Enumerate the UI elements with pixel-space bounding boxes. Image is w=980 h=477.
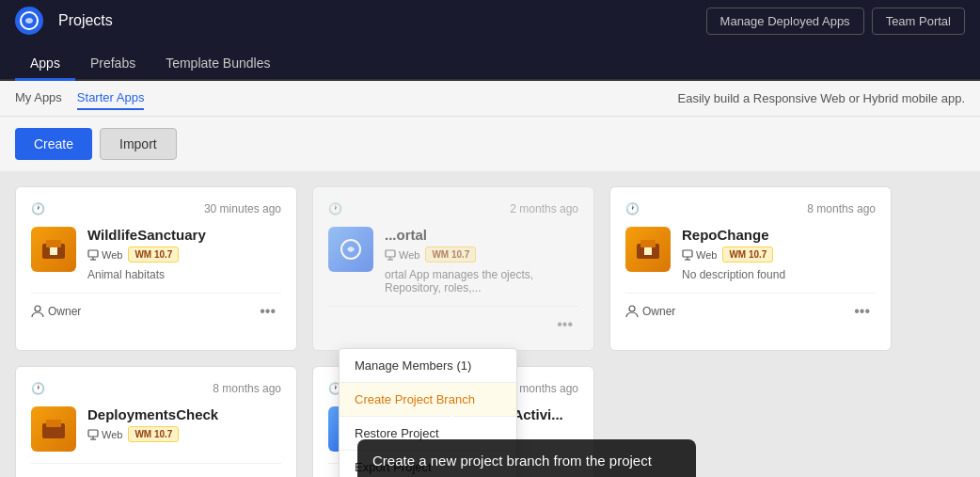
card-repochange-icon	[625, 227, 671, 272]
top-right-buttons: Manage Deployed Apps Team Portal	[706, 8, 965, 35]
toolbar: Create Import	[0, 117, 980, 171]
card-deploymentscheck-more-btn[interactable]: •••	[254, 471, 281, 477]
card-portal-platform: Web	[385, 249, 419, 261]
card-deploymentscheck-meta: Web WM 10.7	[87, 426, 281, 442]
card-portal-more-btn[interactable]: •••	[551, 314, 578, 335]
card-wildlife-more-btn[interactable]: •••	[254, 301, 281, 322]
card-wildlife-meta: Web WM 10.7	[87, 246, 281, 262]
card-portal-title: ...ortal	[385, 227, 578, 243]
card-repochange-more-btn[interactable]: •••	[848, 301, 876, 322]
card-deploymentscheck-info: DeploymentsCheck Web WM 10.7	[87, 406, 281, 448]
nav-tabs: Apps Prefabs Template Bundles	[0, 41, 980, 81]
card-testproject-time: 8 months ago	[510, 382, 578, 395]
card-deploymentscheck-time: 8 months ago	[213, 382, 281, 395]
card-portal-time: 2 months ago	[510, 202, 578, 215]
card-wildlife-platform: Web	[87, 249, 122, 261]
clock-icon-3: 🕐	[625, 202, 640, 215]
svg-rect-9	[386, 250, 395, 257]
card-portal: 🕐 2 months ago ...ortal Web WM 10.7 orta…	[312, 186, 594, 351]
card-wildlife: 🕐 30 minutes ago WildlifeSanctuary Web W…	[15, 186, 297, 351]
card-repochange-owner: Owner	[625, 305, 675, 318]
card-repochange-desc: No description found	[682, 268, 876, 281]
card-deploymentscheck-badge: WM 10.7	[128, 426, 179, 442]
card-repochange-meta: Web WM 10.7	[682, 246, 876, 262]
card-wildlife-desc: Animal habitats	[87, 268, 281, 281]
svg-rect-4	[88, 250, 98, 257]
sub-nav: My Apps Starter Apps Easily build a Resp…	[0, 81, 980, 117]
team-portal-btn[interactable]: Team Portal	[872, 8, 965, 35]
svg-point-18	[629, 306, 635, 311]
clock-icon-4: 🕐	[31, 382, 45, 395]
card-deploymentscheck-footer: •••	[31, 463, 281, 477]
import-button[interactable]: Import	[100, 128, 177, 160]
card-portal-footer: •••	[328, 306, 578, 335]
card-portal-badge: WM 10.7	[425, 246, 476, 262]
card-repochange-title: RepoChange	[682, 227, 876, 243]
card-portal-meta: Web WM 10.7	[385, 246, 578, 262]
card-portal-body: ...ortal Web WM 10.7 ortal App manages t…	[328, 227, 578, 294]
tab-apps[interactable]: Apps	[15, 48, 75, 81]
card-repochange: 🕐 8 months ago RepoChange Web WM 10.7 No…	[609, 186, 892, 351]
card-wildlife-title: WildlifeSanctuary	[87, 227, 281, 243]
tab-prefabs[interactable]: Prefabs	[75, 48, 150, 81]
card-deploymentscheck-body: DeploymentsCheck Web WM 10.7	[31, 406, 281, 452]
sub-nav-starter-apps[interactable]: Starter Apps	[77, 87, 145, 110]
tooltip-bubble: Create a new project branch from the pro…	[357, 439, 696, 477]
card-wildlife-info: WildlifeSanctuary Web WM 10.7 Animal hab…	[87, 227, 281, 281]
card-wildlife-time: 30 minutes ago	[204, 202, 281, 215]
svg-rect-15	[683, 250, 692, 257]
card-repochange-header: 🕐 8 months ago	[625, 202, 876, 215]
menu-create-branch[interactable]: Create Project Branch	[340, 383, 516, 416]
manage-deployed-btn[interactable]: Manage Deployed Apps	[706, 8, 864, 35]
svg-rect-20	[46, 420, 61, 427]
top-bar: Projects Manage Deployed Apps Team Porta…	[0, 0, 980, 41]
tooltip-text: Create a new project branch from the pro…	[372, 453, 652, 477]
svg-rect-13	[640, 240, 656, 247]
svg-rect-21	[88, 430, 98, 437]
card-repochange-info: RepoChange Web WM 10.7 No description fo…	[682, 227, 876, 281]
card-repochange-body: RepoChange Web WM 10.7 No description fo…	[625, 227, 876, 281]
svg-rect-14	[644, 247, 652, 255]
card-deploymentscheck: 🕐 8 months ago DeploymentsCheck Web WM 1…	[15, 366, 297, 477]
card-deploymentscheck-title: DeploymentsCheck	[87, 406, 281, 422]
card-deploymentscheck-icon	[31, 406, 76, 452]
app-logo	[15, 7, 43, 35]
svg-rect-3	[50, 247, 57, 255]
card-wildlife-icon	[31, 227, 76, 272]
card-portal-header: 🕐 2 months ago	[328, 202, 578, 215]
card-portal-desc: ortal App manages the ojects, Repository…	[385, 268, 578, 294]
card-wildlife-owner: Owner	[31, 305, 81, 318]
svg-point-7	[35, 306, 40, 311]
card-repochange-time: 8 months ago	[807, 202, 876, 215]
card-wildlife-body: WildlifeSanctuary Web WM 10.7 Animal hab…	[31, 227, 281, 281]
card-repochange-badge: WM 10.7	[722, 246, 773, 262]
card-deploymentscheck-header: 🕐 8 months ago	[31, 382, 281, 395]
card-wildlife-header: 🕐 30 minutes ago	[31, 202, 281, 215]
clock-icon: 🕐	[31, 202, 45, 215]
sub-nav-my-apps[interactable]: My Apps	[15, 87, 62, 110]
card-repochange-footer: Owner •••	[625, 293, 876, 322]
card-repochange-platform: Web	[682, 249, 717, 261]
project-title: Projects	[58, 12, 113, 29]
svg-rect-2	[46, 240, 61, 247]
clock-icon-2: 🕐	[328, 202, 342, 215]
content-area: 🕐 30 minutes ago WildlifeSanctuary Web W…	[0, 171, 980, 477]
card-wildlife-badge: WM 10.7	[128, 246, 179, 262]
sub-nav-left: My Apps Starter Apps	[15, 87, 144, 110]
card-deploymentscheck-platform: Web	[87, 429, 122, 440]
card-wildlife-footer: Owner •••	[31, 293, 281, 322]
create-button[interactable]: Create	[15, 128, 92, 160]
menu-manage-members[interactable]: Manage Members (1)	[340, 349, 516, 382]
tab-template-bundles[interactable]: Template Bundles	[150, 48, 285, 81]
card-portal-icon	[328, 227, 373, 272]
sub-nav-description: Easily build a Responsive Web or Hybrid …	[678, 91, 965, 105]
card-portal-info: ...ortal Web WM 10.7 ortal App manages t…	[385, 227, 578, 294]
